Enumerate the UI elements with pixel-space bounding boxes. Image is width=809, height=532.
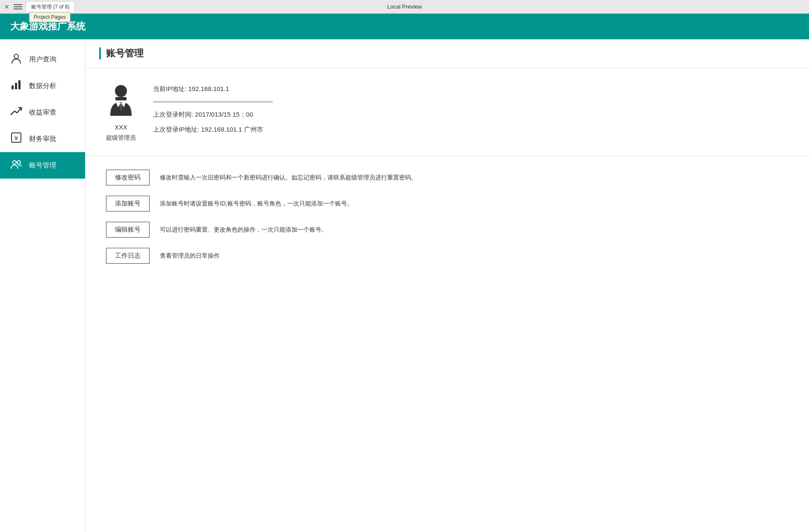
svg-point-6 bbox=[13, 161, 16, 164]
sidebar: 用户查询 数据分析 bbox=[0, 39, 85, 532]
svg-point-7 bbox=[17, 161, 21, 164]
sidebar-label-finance-audit: 财务审批 bbox=[29, 135, 56, 144]
actions-section: 修改密码 修改时需输入一次旧密码和一个新密码进行确认。如忘记密码，请联系超级管理… bbox=[85, 156, 809, 288]
action-row-work-log: 工作日志 查看管理员的日常操作 bbox=[106, 248, 788, 264]
window-title: Local Preview bbox=[387, 3, 422, 10]
project-pages-tooltip: Project Pages bbox=[29, 12, 71, 22]
data-analysis-icon bbox=[10, 79, 22, 93]
action-row-add-account: 添加账号 添加账号时请设置账号ID,账号密码，账号角色，一次只能添加一个账号。 bbox=[106, 196, 788, 212]
profile-section: XXX 超级管理员 当前IP地址: 192.168.101.1 上次登录时间: … bbox=[85, 68, 809, 156]
sidebar-label-revenue-audit: 收益审查 bbox=[29, 108, 56, 117]
app-container: 大象游戏推广系统 用户查询 bbox=[0, 14, 809, 532]
svg-rect-2 bbox=[15, 83, 17, 89]
svg-rect-3 bbox=[18, 80, 21, 89]
app-header: 大象游戏推广系统 bbox=[0, 14, 809, 39]
svg-text:¥: ¥ bbox=[14, 135, 18, 141]
edit-account-desc: 可以进行密码重置、更改角色的操作，一次只能添加一个账号。 bbox=[160, 226, 327, 234]
revenue-audit-icon bbox=[10, 105, 22, 120]
title-border-accent bbox=[99, 47, 101, 59]
sidebar-item-data-analysis[interactable]: 数据分析 bbox=[0, 73, 85, 99]
user-query-icon bbox=[10, 52, 22, 67]
page-title: 账号管理 bbox=[106, 47, 144, 60]
sidebar-label-data-analysis: 数据分析 bbox=[29, 82, 56, 91]
current-ip: 当前IP地址: 192.168.101.1 bbox=[153, 85, 273, 93]
add-account-button[interactable]: 添加账号 bbox=[106, 196, 150, 212]
avatar-role: 超级管理员 bbox=[106, 134, 136, 142]
tab-account-mgmt[interactable]: 账号管理 (7 of 8) bbox=[26, 1, 75, 12]
sidebar-item-user-query[interactable]: 用户查询 bbox=[0, 46, 85, 73]
menu-icon[interactable] bbox=[14, 3, 22, 10]
svg-point-0 bbox=[14, 54, 18, 59]
app-body: 用户查询 数据分析 bbox=[0, 39, 809, 532]
last-login-ip: 上次登录IP地址: 192.168.101.1 广州市 bbox=[153, 126, 273, 134]
svg-point-8 bbox=[115, 85, 127, 97]
finance-audit-icon: ¥ bbox=[10, 132, 22, 146]
action-row-change-password: 修改密码 修改时需输入一次旧密码和一个新密码进行确认。如忘记密码，请联系超级管理… bbox=[106, 170, 788, 185]
sidebar-item-account-mgmt[interactable]: 账号管理 bbox=[0, 152, 85, 179]
sidebar-label-account-mgmt: 账号管理 bbox=[29, 161, 56, 170]
avatar-block: XXX 超级管理员 bbox=[106, 82, 136, 142]
edit-account-button[interactable]: 编辑账号 bbox=[106, 222, 150, 238]
sidebar-label-user-query: 用户查询 bbox=[29, 55, 56, 64]
change-password-button[interactable]: 修改密码 bbox=[106, 170, 150, 185]
close-button[interactable]: ✕ bbox=[3, 3, 10, 10]
work-log-desc: 查看管理员的日常操作 bbox=[160, 252, 220, 260]
avatar-icon bbox=[106, 82, 136, 120]
main-content: 账号管理 bbox=[85, 39, 809, 532]
change-password-desc: 修改时需输入一次旧密码和一个新密码进行确认。如忘记密码，请联系超级管理员进行重置… bbox=[160, 174, 417, 182]
last-login-time: 上次登录时间: 2017/013/15 15：00 bbox=[153, 111, 273, 119]
add-account-desc: 添加账号时请设置账号ID,账号密码，账号角色，一次只能添加一个账号。 bbox=[160, 200, 353, 208]
title-bar: ✕ 账号管理 (7 of 8) Local Preview bbox=[0, 0, 809, 14]
svg-rect-9 bbox=[115, 97, 126, 100]
sidebar-item-finance-audit[interactable]: ¥ 财务审批 bbox=[0, 126, 85, 152]
sidebar-item-revenue-audit[interactable]: 收益审查 bbox=[0, 99, 85, 126]
profile-info: 当前IP地址: 192.168.101.1 上次登录时间: 2017/013/1… bbox=[153, 82, 273, 134]
avatar-username: XXX bbox=[115, 123, 127, 131]
account-mgmt-icon bbox=[10, 158, 22, 173]
action-row-edit-account: 编辑账号 可以进行密码重置、更改角色的操作，一次只能添加一个账号。 bbox=[106, 222, 788, 238]
info-divider bbox=[153, 102, 273, 102]
work-log-button[interactable]: 工作日志 bbox=[106, 248, 150, 264]
svg-rect-1 bbox=[12, 85, 14, 89]
page-title-bar: 账号管理 bbox=[85, 39, 809, 68]
